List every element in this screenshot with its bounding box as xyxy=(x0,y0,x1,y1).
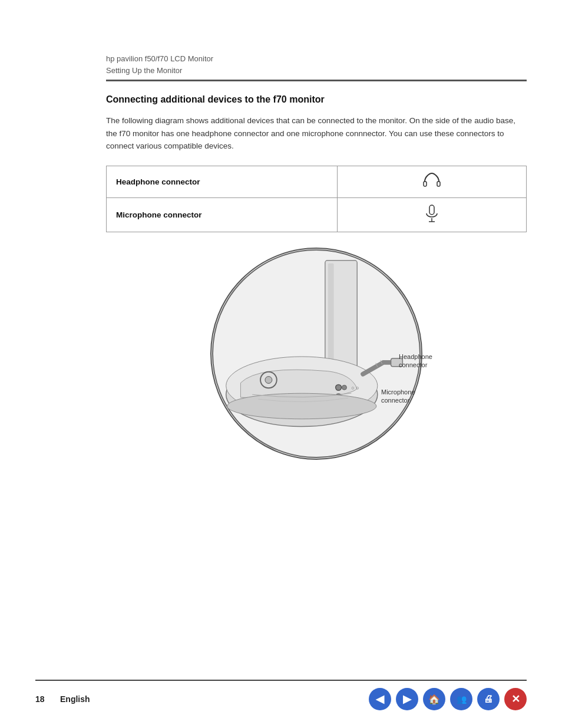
microphone-label: Microphone connector xyxy=(107,197,338,232)
header-text: hp pavilion f50/f70 LCD Monitor Setting … xyxy=(106,53,527,76)
headphone-label: Headphone connector xyxy=(107,166,338,197)
svg-rect-2 xyxy=(429,205,434,215)
close-icon: ✕ xyxy=(511,693,520,706)
back-arrow-icon: ◀ xyxy=(376,693,384,706)
diagram-svg: ○ ○ xyxy=(211,249,421,459)
footer: 18 English ◀ ▶ 🏠 👥 🖨 ✕ xyxy=(35,680,527,710)
microphone-svg xyxy=(424,204,440,223)
label-microphone: Microphone connector xyxy=(381,388,422,405)
table-row: Microphone connector xyxy=(107,197,527,232)
main-content: Connecting additional devices to the f70… xyxy=(106,94,527,250)
circle-diagram: ○ ○ Headphone connector Microphone conne… xyxy=(210,248,422,460)
forward-arrow-icon: ▶ xyxy=(403,693,411,706)
nav-home-button[interactable]: 🏠 xyxy=(423,688,445,710)
svg-rect-1 xyxy=(437,182,440,186)
nav-print-button[interactable]: 🖨 xyxy=(477,688,500,710)
headphone-icon xyxy=(338,166,527,197)
svg-rect-0 xyxy=(424,182,427,186)
nav-close-button[interactable]: ✕ xyxy=(504,688,527,710)
svg-text:○ ○: ○ ○ xyxy=(351,385,359,391)
footer-page-number: 18 xyxy=(35,694,53,704)
footer-language: English xyxy=(60,694,90,704)
print-icon: 🖨 xyxy=(484,694,493,704)
header-line1: hp pavilion f50/f70 LCD Monitor xyxy=(106,54,213,63)
toc-icon: 👥 xyxy=(457,694,467,704)
diagram-container: ○ ○ Headphone connector Microphone conne… xyxy=(106,248,527,460)
header-line2: Setting Up the Monitor xyxy=(106,66,182,75)
svg-point-13 xyxy=(342,385,347,390)
page: hp pavilion f50/f70 LCD Monitor Setting … xyxy=(0,0,562,728)
circle-outer: ○ ○ xyxy=(210,248,422,460)
microphone-icon xyxy=(338,197,527,232)
header: hp pavilion f50/f70 LCD Monitor Setting … xyxy=(106,53,527,81)
nav-forward-button[interactable]: ▶ xyxy=(396,688,418,710)
header-divider xyxy=(106,80,527,81)
nav-back-button[interactable]: ◀ xyxy=(369,688,391,710)
nav-toc-button[interactable]: 👥 xyxy=(450,688,472,710)
svg-point-12 xyxy=(336,384,342,390)
section-title: Connecting additional devices to the f70… xyxy=(106,94,527,105)
home-icon: 🏠 xyxy=(428,694,440,705)
connector-table: Headphone connector Microphone connector xyxy=(106,166,527,232)
table-row: Headphone connector xyxy=(107,166,527,197)
footer-nav: ◀ ▶ 🏠 👥 🖨 ✕ xyxy=(369,688,527,710)
headphone-svg xyxy=(422,172,441,189)
svg-point-11 xyxy=(265,377,272,384)
label-headphone: Headphone connector xyxy=(399,353,432,370)
body-text: The following diagram shows additional d… xyxy=(106,114,527,153)
